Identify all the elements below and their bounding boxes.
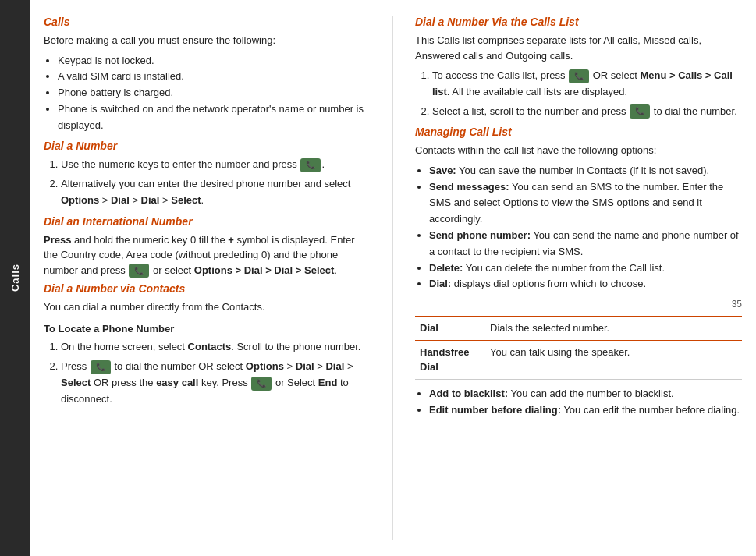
list-item: Alternatively you can enter the desired … — [61, 176, 371, 209]
left-column: Calls Before making a call you must ensu… — [44, 16, 371, 540]
table-row: Handsfree Dial You can talk using the sp… — [415, 340, 742, 379]
sidebar: Calls — [0, 0, 30, 556]
column-separator — [392, 16, 393, 540]
section-international: Dial an International Number Press and h… — [44, 215, 371, 283]
dial-number-list: Use the numeric keys to enter the number… — [61, 157, 371, 208]
international-text: Press and hold the numeric key 0 till th… — [44, 232, 371, 278]
managing-intro: Contacts within the call list have the f… — [415, 143, 742, 158]
heading-contacts: Dial a Number via Contacts — [44, 282, 371, 295]
phone-icon — [300, 158, 321, 172]
list-item: Keypad is not locked. — [58, 53, 371, 69]
phone-icon — [569, 69, 589, 83]
phone-icon — [129, 264, 149, 278]
dial-options-table: Dial Dials the selected number. Handsfre… — [415, 316, 742, 380]
list-item: Use the numeric keys to enter the number… — [61, 157, 371, 173]
section-calls-list: Dial a Number Via the Calls List This Ca… — [415, 16, 742, 126]
phone-icon — [630, 104, 650, 119]
right-column: Dial a Number Via the Calls List This Ca… — [415, 16, 742, 540]
section-dial-number: Dial a Number Use the numeric keys to en… — [44, 140, 371, 214]
list-item: Phone is switched on and the network ope… — [58, 101, 371, 134]
heading-calls-list: Dial a Number Via the Calls List — [415, 16, 742, 28]
list-item: Phone battery is charged. — [58, 85, 371, 101]
calls-list-steps: To access the Calls list, press OR selec… — [432, 68, 742, 119]
list-item: Send messages: You can send an SMS to th… — [429, 179, 742, 228]
contacts-intro: You can dial a number directly from the … — [44, 299, 371, 315]
heading-dial-number: Dial a Number — [44, 140, 371, 152]
calls-list-intro: This Calls list comprises separate lists… — [415, 33, 742, 63]
def-dial: Dials the selected number. — [485, 317, 742, 341]
def-handsfree: You can talk using the speaker. — [485, 340, 742, 379]
list-item: To access the Calls list, press OR selec… — [432, 68, 742, 101]
calls-intro: Before making a call you must ensure the… — [44, 33, 371, 48]
list-item: A valid SIM card is installed. — [58, 69, 371, 85]
heading-international: Dial an International Number — [44, 215, 371, 228]
list-item: Save: You can save the number in Contact… — [429, 163, 742, 179]
managing-bullets: Save: You can save the number in Contact… — [429, 163, 742, 292]
list-item: Add to blacklist: You can add the number… — [429, 386, 742, 402]
contacts-list: On the home screen, select Contacts. Scr… — [61, 339, 371, 407]
list-item: Delete: You can delete the number from t… — [429, 260, 742, 277]
list-item: Select a list, scroll to the number and … — [432, 104, 742, 120]
page-number: 35 — [415, 299, 742, 310]
calls-bullet-list: Keypad is not locked. A valid SIM card i… — [58, 53, 371, 134]
list-item: On the home screen, select Contacts. Scr… — [61, 339, 371, 356]
extra-bullets: Add to blacklist: You can add the number… — [429, 386, 742, 419]
list-item: Send phone number: You can send the name… — [429, 228, 742, 260]
term-handsfree: Handsfree Dial — [415, 340, 485, 379]
phone-icon — [91, 360, 111, 374]
sidebar-label: Calls — [9, 264, 21, 292]
section-calls: Calls Before making a call you must ensu… — [44, 16, 371, 140]
heading-managing: Managing Call List — [415, 126, 742, 138]
list-item: Edit number before dialing: You can edit… — [429, 402, 742, 419]
section-contacts: Dial a Number via Contacts You can dial … — [44, 282, 371, 413]
list-item: Press to dial the number OR select Optio… — [61, 359, 371, 407]
table-row: Dial Dials the selected number. — [415, 317, 742, 341]
phone-icon — [251, 377, 272, 391]
locate-subheading: To Locate a Phone Number — [44, 321, 371, 337]
section-managing: Managing Call List Contacts within the c… — [415, 126, 742, 424]
heading-calls: Calls — [44, 16, 371, 28]
main-content: Calls Before making a call you must ensu… — [30, 0, 756, 556]
list-item: Dial: displays dial options from which t… — [429, 276, 742, 292]
term-dial: Dial — [415, 317, 485, 341]
